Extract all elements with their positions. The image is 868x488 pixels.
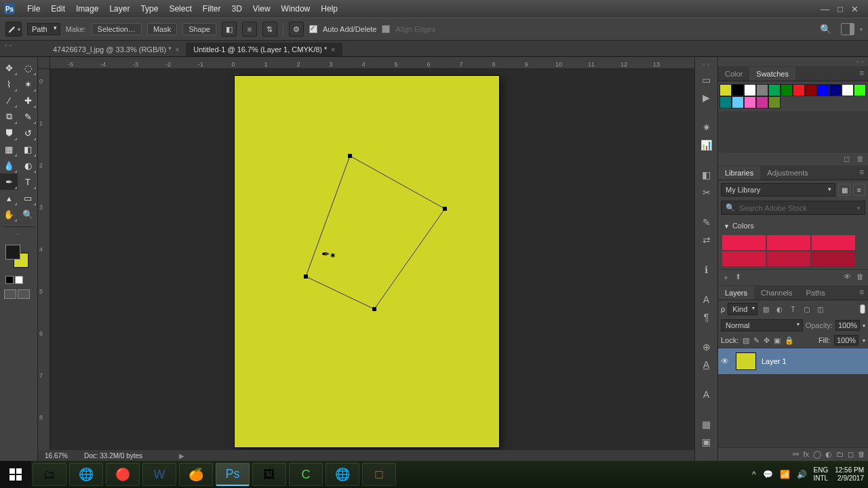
history-panel-icon[interactable]: ▭	[699, 75, 714, 85]
layer-name[interactable]: Layer 1	[762, 357, 787, 365]
layer-fx-icon[interactable]: fx	[803, 450, 809, 459]
anchor-point[interactable]	[372, 307, 376, 311]
sync-icon[interactable]: 👁	[844, 272, 851, 283]
layer-filter-kind[interactable]: Kind	[728, 303, 757, 315]
filter-type-icon[interactable]: T	[787, 304, 798, 314]
properties-icon-2[interactable]: ✂	[699, 187, 714, 198]
lock-brush-icon[interactable]: ✎	[753, 336, 760, 345]
adjust-icon[interactable]: ⇄	[699, 235, 714, 245]
anchor-point[interactable]	[348, 154, 352, 158]
tab-libraries[interactable]: Libraries	[718, 166, 760, 180]
zoom-level[interactable]: 16.67%	[45, 452, 68, 460]
menu-3d[interactable]: 3D	[226, 4, 247, 14]
workspace-switcher-icon[interactable]	[841, 23, 854, 35]
swatch[interactable]	[793, 84, 805, 96]
align-edges-checkbox[interactable]	[382, 25, 390, 33]
gear-icon[interactable]: ⚙	[289, 22, 304, 37]
styles-icon-2[interactable]: A	[699, 389, 714, 400]
color-swatches[interactable]	[5, 245, 33, 272]
filter-adjust-icon[interactable]: ◐	[774, 304, 785, 314]
eyedropper-tool[interactable]: ⁄	[0, 92, 18, 108]
swap-colors-icon[interactable]	[15, 276, 23, 284]
add-content-icon[interactable]: ＋	[722, 272, 730, 283]
menu-window[interactable]: Window	[276, 4, 316, 14]
layer-row[interactable]: 👁 Layer 1	[718, 348, 868, 374]
document-tab[interactable]: 47426673_l.jpg @ 33.3% (RGB/8) *×	[46, 43, 186, 56]
visibility-icon[interactable]: 👁	[721, 357, 730, 366]
hand-tool[interactable]: ✋	[0, 206, 18, 222]
maximize-icon[interactable]: □	[837, 4, 843, 14]
work-path[interactable]	[306, 156, 445, 309]
shape-button[interactable]: Shape	[182, 23, 216, 35]
swatch[interactable]	[744, 96, 756, 108]
tab-channels[interactable]: Channels	[754, 286, 799, 300]
pen-tool[interactable]: ✒	[0, 174, 18, 190]
tab-close-icon[interactable]: ×	[331, 46, 335, 54]
list-view-icon[interactable]: ≡	[853, 184, 865, 196]
gradient-tool[interactable]: ▦	[0, 141, 18, 157]
tab-color[interactable]: Color	[718, 67, 749, 81]
anchor-point[interactable]	[304, 274, 308, 279]
blend-mode-select[interactable]: Normal	[721, 319, 803, 331]
chrome-taskbar[interactable]: 🌐	[69, 463, 103, 486]
swatch[interactable]	[756, 84, 768, 96]
file-explorer-taskbar[interactable]: 🗂	[33, 463, 66, 486]
properties-icon-1[interactable]: ◧	[699, 169, 714, 180]
photoshop-taskbar[interactable]: Ps	[216, 463, 250, 486]
navigator-icon[interactable]: ▦	[699, 419, 714, 430]
library-color[interactable]	[767, 251, 810, 266]
eraser-tool[interactable]: ◧	[19, 141, 37, 157]
collapse-handle[interactable]: »»	[701, 61, 711, 68]
path-select-tool[interactable]: ▴	[0, 190, 18, 206]
auto-add-delete-checkbox[interactable]	[309, 25, 317, 33]
brush-tool[interactable]: ✎	[19, 108, 37, 125]
tab-swatches[interactable]: Swatches	[749, 67, 795, 81]
library-select[interactable]: My Library	[721, 183, 835, 197]
search-icon[interactable]: 🔍	[820, 24, 835, 35]
system-tray[interactable]: ^ 💬 📶 🔊 ENGINTL 12:56 PM2/9/2017	[752, 466, 868, 483]
crop-tool[interactable]: ⧉	[0, 108, 18, 125]
swatch[interactable]	[719, 96, 732, 108]
swatch[interactable]	[732, 84, 744, 96]
brush-presets-icon[interactable]: ✷	[699, 122, 714, 133]
start-button[interactable]	[0, 461, 31, 488]
app-taskbar-1[interactable]: 🔴	[106, 463, 140, 486]
standard-mode-icon[interactable]	[4, 289, 16, 299]
collapse-handle[interactable]: »»	[718, 57, 868, 66]
histogram-icon[interactable]: 📊	[699, 140, 714, 150]
library-color[interactable]	[812, 251, 855, 266]
swatch[interactable]	[719, 84, 732, 96]
menu-edit[interactable]: Edit	[45, 4, 71, 14]
link-layers-icon[interactable]: ⚯	[793, 450, 799, 459]
colors-section-header[interactable]: ▼Colors	[718, 219, 868, 232]
library-color[interactable]	[767, 235, 810, 250]
menu-view[interactable]: View	[248, 4, 276, 14]
dodge-tool[interactable]: ◐	[19, 157, 37, 174]
word-taskbar[interactable]: W	[142, 463, 176, 486]
swatch[interactable]	[756, 96, 768, 108]
brush-settings-icon[interactable]: ✎	[699, 217, 714, 228]
menu-help[interactable]: Help	[315, 4, 343, 14]
app-taskbar-5[interactable]: □	[362, 463, 396, 486]
panel-menu-icon[interactable]: ≡	[855, 66, 868, 81]
glyphs-icon[interactable]: ⊕	[699, 342, 714, 352]
tab-close-icon[interactable]: ×	[175, 46, 179, 54]
library-color[interactable]	[722, 251, 766, 266]
lock-pixels-icon[interactable]: ▧	[743, 336, 749, 345]
selection-button[interactable]: Selection…	[92, 23, 142, 35]
swatch[interactable]	[829, 84, 842, 96]
marquee-tool[interactable]: ◌	[19, 60, 37, 76]
play-icon[interactable]: ▶	[699, 92, 714, 103]
document-canvas[interactable]: ✒✱	[235, 76, 499, 447]
path-mode-select[interactable]: Path	[27, 23, 60, 35]
horizontal-ruler[interactable]: -5-4-3-2-1012345678910111213	[50, 57, 694, 69]
layer-thumbnail[interactable]	[736, 352, 756, 370]
quick-select-tool[interactable]: ✶	[19, 76, 37, 92]
upload-icon[interactable]: ⬆	[735, 272, 741, 283]
clone-stamp-tool[interactable]: ⛊	[0, 125, 18, 141]
type-tool[interactable]: T	[19, 174, 37, 190]
shape-tool[interactable]: ▭	[19, 190, 37, 206]
opacity-value[interactable]: 100%	[835, 320, 860, 331]
lock-artboard-icon[interactable]: ▣	[774, 336, 781, 345]
character-panel-icon[interactable]: A	[699, 294, 714, 305]
